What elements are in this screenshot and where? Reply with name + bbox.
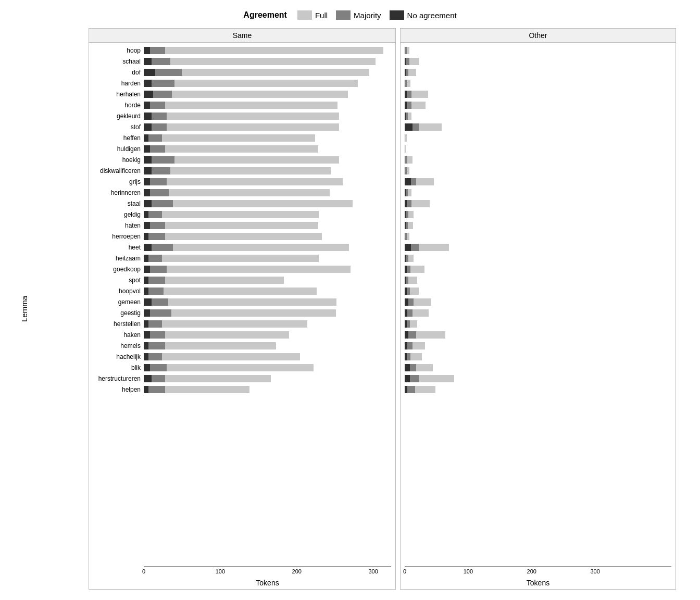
bar-full [410,288,419,295]
row-label: hoop [91,46,141,55]
bar-full [165,47,383,54]
bar-no-agreement [144,80,152,87]
panel-same-header: Same [89,29,395,43]
x-tick: 0 [142,568,145,574]
bar-majority [410,375,419,382]
bar-full [408,222,413,229]
bar-no-agreement [144,156,152,164]
row-label: dof [91,68,141,77]
bar-majority [152,167,171,174]
bar-majority [150,331,165,339]
same-tick-marks: 0100200300 [144,568,391,577]
panel-other-header: Other [401,29,676,43]
bar-row [144,341,391,351]
bar-majority [152,156,174,164]
bar-majority [407,342,413,349]
x-tick: 100 [464,568,473,574]
bar-full [411,91,428,98]
bar-row [405,341,671,351]
bar-row [405,90,671,99]
bar-majority [148,288,164,295]
bar-row [144,68,391,77]
bar-full [173,200,353,207]
bar-row [405,297,671,307]
bar-full [162,211,319,218]
bar-full [165,102,337,109]
bar-no-agreement [144,91,153,98]
bar-majority [152,113,167,120]
bar-majority [407,309,413,317]
bar-majority [152,375,165,382]
bar-row [144,199,391,208]
row-label: herroepen [91,232,141,241]
bar-no-agreement [144,102,150,109]
bar-majority [148,386,165,393]
bar-full [411,102,426,109]
same-bars: 0100200300 Tokens [144,46,391,589]
bar-majority [150,47,165,54]
bar-majority [407,200,412,207]
bar-row [405,188,671,197]
row-label: staal [91,199,141,208]
bar-full [182,69,369,76]
bar-full [414,298,431,306]
row-label: herstellen [91,319,141,329]
bar-row [144,374,391,383]
other-x-axis: 0100200300 Tokens [405,566,671,589]
bar-majority [155,69,182,76]
bar-majority [410,364,416,371]
row-label: haken [91,330,141,340]
bar-full [413,309,429,317]
legend-item-majority: Majority [336,10,381,20]
bar-row [144,111,391,121]
bar-full [162,255,319,262]
bar-majority [153,91,172,98]
bar-no-agreement [144,288,148,295]
bar-row [144,155,391,165]
bar-majority [152,80,174,87]
x-tick: 100 [216,568,225,574]
row-label: harden [91,79,141,88]
row-label: stof [91,122,141,132]
bar-full [167,266,351,273]
bar-row [144,221,391,230]
bar-no-agreement [405,331,408,339]
bar-row [144,133,391,143]
bar-majority [148,211,162,218]
row-label: heilzaam [91,254,141,263]
panel-same: Same hoopschaaldofhardenherhalenhordegek… [89,28,396,590]
bar-majority [152,298,168,306]
bar-majority [411,244,419,251]
bar-full [168,298,336,306]
bar-no-agreement [144,134,148,142]
row-label: geestig [91,308,141,318]
bar-row [405,254,671,263]
bar-full [162,353,299,360]
other-bars: 0100200300 Tokens [405,46,671,589]
bar-no-agreement [144,69,155,76]
bar-row [405,111,671,121]
row-label: gekleurd [91,111,141,121]
bar-no-agreement [144,47,150,54]
bar-full [170,167,331,174]
bar-no-agreement [144,266,150,273]
bar-no-agreement [144,178,150,185]
bar-full [171,309,336,317]
bar-no-agreement [144,211,148,218]
bar-majority [148,277,165,284]
x-tick: 0 [403,568,406,574]
panel-other-body: 0100200300 Tokens [401,43,676,589]
bar-full [407,167,409,174]
bar-full [165,145,318,153]
bar-row [405,243,671,252]
bar-full [413,342,425,349]
row-label: hoopvol [91,286,141,296]
row-label: herinneren [91,188,141,197]
bar-full [408,113,411,120]
bar-row [144,232,391,241]
bar-full [411,200,429,207]
bar-row [144,286,391,296]
bar-no-agreement [405,298,408,306]
bar-majority [150,222,165,229]
row-label: geldig [91,210,141,219]
